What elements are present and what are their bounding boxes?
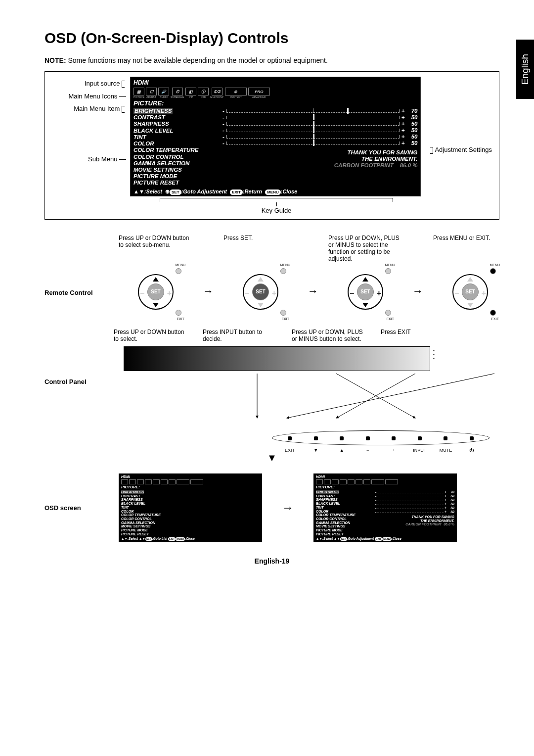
dpad-2: SET −+ MENU EXIT [231,264,290,319]
label-adjustment-settings: Adjustment Settings [425,77,492,154]
osd-mini-right: HDMIPICTURE:BRIGHTNESSCONTRASTSHARPNESSB… [313,473,457,543]
arrow-icon: → [282,501,294,515]
osd-item-list: BRIGHTNESSCONTRASTSHARPNESSBLACK LEVELTI… [134,108,222,187]
remote-step-2: Press SET. SET −+ MENU EXIT [223,235,298,319]
remote-step-4: Press MENU or EXIT. SET −+ MENU EXIT [433,235,507,319]
label-main-menu-icons: Main Menu Icons [52,92,126,101]
label-remote-control: Remote Control [44,235,114,296]
page-footer: English-19 [44,557,499,565]
osd-menu-title: PICTURE: [134,99,417,107]
label-input-source: Input source [52,79,126,89]
label-control-panel: Control Panel [44,329,114,450]
cp-step-1: Press UP or DOWN button to select. [114,329,188,342]
monitor-graphic: ▪▪▪ [124,346,430,371]
label-osd-screen: OSD screen [44,504,114,512]
osd-sliders: -+70-+50-+50-+50-+50-+50 THANK YOU FOR S… [222,108,417,187]
cp-step-4: Press EXIT [381,329,455,342]
language-tab: English [516,40,534,99]
dpad-4: SET −+ MENU EXIT [441,264,500,319]
osd-env-message: THANK YOU FOR SAVING THE ENVIRONMENT. CA… [222,149,417,169]
down-arrow-icon: ▼ [44,452,499,464]
cp-step-2: Press INPUT button to decide. [203,329,277,342]
control-panel-arrows [227,371,534,421]
osd-keyguide: ▲▼:Select ⊕SET:Goto Adjustment EXIT:Retu… [134,189,417,195]
osd-source: HDMI [134,79,417,86]
label-key-guide: Key Guide [130,207,423,214]
osd-mini-left: HDMIPICTURE:BRIGHTNESSCONTRASTSHARPNESSB… [119,473,262,543]
remote-step-3: Press UP or DOWN, PLUS or MINUS to selec… [328,235,402,319]
label-main-menu-item: Main Menu Item [52,104,126,114]
dpad-3: SET −+ MENU EXIT [336,264,395,319]
control-panel-buttons: EXIT▼▲−+INPUTMUTE⏻ [227,430,534,445]
cp-step-3: Press UP or DOWN, PLUS or MINUS button t… [292,329,366,342]
osd-display: HDMI ▦PICTURE☐ADJUST🔊AUDIO⏱SCHEDULE◧PIPⓘ… [130,77,421,196]
dpad-1: SET −+ MENU EXIT [126,264,185,319]
remote-step-1: Press UP or DOWN button to select sub-me… [119,235,193,319]
arrow-icon: → [412,255,423,298]
page-title: OSD (On-Screen-Display) Controls [44,30,499,47]
osd-menu-icons: ▦PICTURE☐ADJUST🔊AUDIO⏱SCHEDULE◧PIPⓘOSD①②… [134,88,417,98]
label-sub-menu: Sub Menu [52,154,126,164]
arrow-icon: → [308,255,318,298]
arrow-icon: → [203,255,214,298]
note-text: NOTE: Some functions may not be availabl… [44,56,499,64]
svg-line-3 [287,374,494,418]
osd-example-frame: Input source Main Menu Icons Main Menu I… [44,71,499,220]
